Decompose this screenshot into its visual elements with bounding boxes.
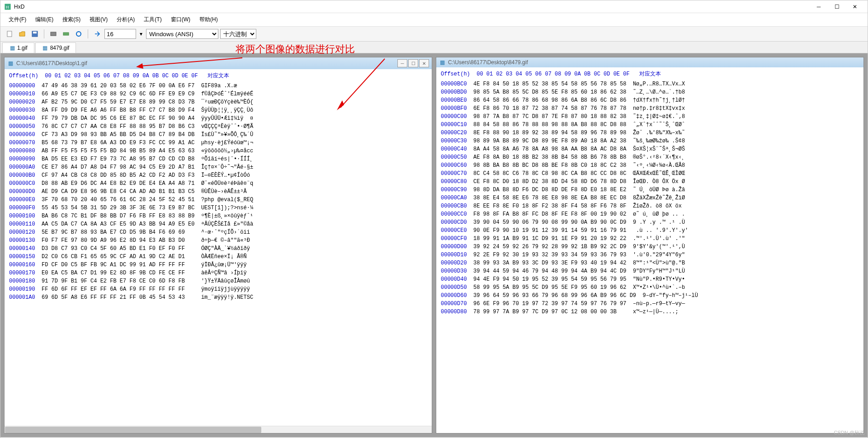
svg-rect-2 bbox=[7, 31, 12, 37]
file-icon: ▦ bbox=[439, 59, 445, 66]
watermark: CSDN @秋说 bbox=[834, 429, 864, 436]
file-icon: ▦ bbox=[42, 45, 48, 51]
pane-close[interactable]: ✕ bbox=[419, 59, 429, 67]
menu-edit[interactable]: 编辑(E) bbox=[31, 14, 58, 25]
window-controls: ─ ☐ ✕ bbox=[810, 1, 864, 12]
toolbar: ▾ Windows (ANSI) 十六进制 bbox=[0, 27, 868, 42]
close-button[interactable]: ✕ bbox=[846, 1, 864, 12]
hex-view[interactable]: Offset(h) 00 01 02 03 04 05 06 07 08 09 … bbox=[5, 69, 432, 426]
pane-maximize[interactable]: ☐ bbox=[408, 59, 418, 67]
svg-point-7 bbox=[76, 32, 81, 36]
svg-rect-5 bbox=[51, 32, 56, 36]
maximize-button[interactable]: ☐ bbox=[828, 1, 846, 12]
menu-window[interactable]: 窗口(W) bbox=[166, 14, 195, 25]
disk-button[interactable] bbox=[48, 28, 59, 39]
titlebar: H HxD ─ ☐ ✕ bbox=[0, 0, 868, 13]
pane-titlebar[interactable]: ▦ C:\Users\86177\Desktop\8479.gif bbox=[436, 57, 863, 67]
mdi-area: 将两个图像的数据进行对比 ▦ C:\Users\86177\Desktop\1.… bbox=[0, 53, 868, 437]
file-path: C:\Users\86177\Desktop\1.gif bbox=[16, 60, 395, 66]
main-window: H HxD ─ ☐ ✕ 文件(F) 编辑(E) 搜索(S) 视图(V) 分析(A… bbox=[0, 0, 868, 438]
save-button[interactable] bbox=[29, 28, 40, 39]
svg-rect-4 bbox=[33, 32, 37, 33]
base-select[interactable]: 十六进制 bbox=[220, 29, 256, 39]
nav-button[interactable] bbox=[92, 28, 103, 39]
app-title: HxD bbox=[14, 4, 810, 10]
menu-file[interactable]: 文件(F) bbox=[4, 14, 31, 25]
file-icon: ▦ bbox=[7, 60, 14, 66]
minimize-button[interactable]: ─ bbox=[810, 1, 828, 12]
bytes-per-row-input[interactable] bbox=[104, 29, 136, 39]
file-icon: ▦ bbox=[9, 45, 15, 51]
separator bbox=[44, 29, 44, 38]
pane-minimize[interactable]: ─ bbox=[397, 59, 407, 67]
scrollbar-thumb[interactable] bbox=[5, 427, 261, 433]
encoding-select[interactable]: Windows (ANSI) bbox=[146, 29, 218, 39]
menubar: 文件(F) 编辑(E) 搜索(S) 视图(V) 分析(A) 工具(T) 窗口(W… bbox=[0, 13, 868, 27]
ram-button[interactable] bbox=[61, 28, 71, 39]
hex-view[interactable]: Offset(h) 00 01 02 03 04 05 06 07 08 09 … bbox=[436, 67, 863, 433]
svg-rect-6 bbox=[63, 33, 69, 35]
new-button[interactable] bbox=[4, 28, 15, 39]
file-path: C:\Users\86177\Desktop\8479.gif bbox=[448, 59, 861, 66]
svg-text:H: H bbox=[6, 5, 9, 9]
refresh-button[interactable] bbox=[73, 28, 84, 39]
document-tabs: ▦1.gif ▦8479.gif bbox=[0, 42, 868, 53]
tab-1gif[interactable]: ▦1.gif bbox=[2, 42, 34, 53]
open-button[interactable] bbox=[17, 28, 28, 39]
pane-titlebar[interactable]: ▦ C:\Users\86177\Desktop\1.gif ─ ☐ ✕ bbox=[5, 57, 432, 69]
dropdown-icon[interactable]: ▾ bbox=[138, 31, 144, 37]
hex-pane-right: ▦ C:\Users\86177\Desktop\8479.gif Offset… bbox=[436, 57, 864, 433]
app-icon: H bbox=[4, 3, 11, 10]
menu-tools[interactable]: 工具(T) bbox=[139, 14, 166, 25]
menu-view[interactable]: 视图(V) bbox=[85, 14, 112, 25]
horizontal-scrollbar[interactable] bbox=[5, 426, 432, 433]
menu-search[interactable]: 搜索(S) bbox=[58, 14, 85, 25]
separator bbox=[88, 29, 88, 38]
menu-help[interactable]: 帮助(H) bbox=[195, 14, 222, 25]
tab-8479gif[interactable]: ▦8479.gif bbox=[35, 42, 76, 53]
menu-analyze[interactable]: 分析(A) bbox=[112, 14, 139, 25]
hex-pane-left: ▦ C:\Users\86177\Desktop\1.gif ─ ☐ ✕ Off… bbox=[4, 57, 432, 433]
